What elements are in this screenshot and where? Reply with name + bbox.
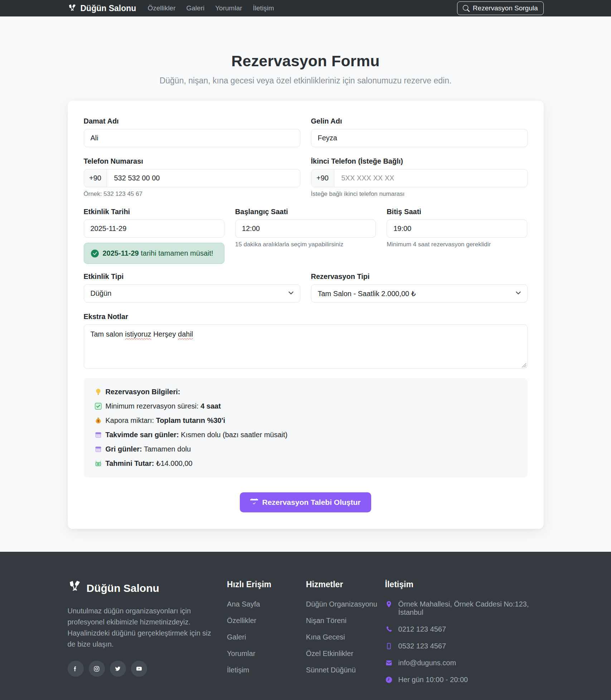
phone2-label: İkinci Telefon (İsteğe Bağlı): [311, 157, 528, 165]
brand-logo[interactable]: Düğün Salonu: [68, 4, 136, 13]
footer-service-sunnet-dugunu[interactable]: Sünnet Düğünü: [306, 666, 385, 674]
envelope-icon: [385, 659, 393, 667]
quick-access-heading: Hızlı Erişim: [227, 580, 306, 589]
check-box-icon: [94, 402, 102, 410]
calendar-icon: [94, 445, 102, 453]
resize-handle[interactable]: [522, 363, 526, 367]
footer-service-kina-gecesi[interactable]: Kına Gecesi: [306, 633, 385, 641]
main-nav: Özellikler Galeri Yorumlar İletişim: [147, 4, 274, 12]
extra-notes-textarea[interactable]: Tam salon istiyoruz Herşey dahil: [84, 324, 528, 369]
clinking-glasses-icon: [68, 580, 82, 597]
reservation-type-select[interactable]: Tam Salon - Saatlik 2.000,00 ₺: [311, 284, 528, 303]
nav-link-ozellikler[interactable]: Özellikler: [147, 4, 175, 12]
check-circle-icon: [91, 250, 99, 257]
reservation-info-panel: Rezervasyon Bilgileri: Minimum rezervasy…: [84, 378, 528, 477]
contact-email: info@duguns.com: [385, 659, 544, 667]
contact-phone: 0212 123 4567: [385, 625, 544, 633]
contact-hours: Her gün 10:00 - 20:00: [385, 676, 544, 684]
flying-money-icon: [94, 460, 102, 467]
bride-name-input[interactable]: [311, 129, 528, 147]
availability-alert: 2025-11-29 tarihi tamamen müsait!: [84, 243, 224, 264]
calendar-icon: [94, 431, 102, 439]
instagram-icon[interactable]: [89, 661, 105, 677]
availability-date: 2025-11-29: [103, 249, 139, 257]
availability-message: tarihi tamamen müsait!: [139, 249, 213, 257]
extra-notes-label: Ekstra Notlar: [84, 313, 528, 321]
notes-text-misspelled: istiyoruz: [125, 330, 151, 338]
brand-title: Düğün Salonu: [81, 4, 136, 13]
top-navbar: Düğün Salonu Özellikler Galeri Yorumlar …: [0, 0, 611, 16]
youtube-icon[interactable]: [131, 661, 147, 677]
groom-name-input[interactable]: [84, 129, 300, 147]
footer-link-iletisim[interactable]: İletişim: [227, 666, 306, 674]
nav-link-galeri[interactable]: Galeri: [186, 4, 205, 12]
phone-label: Telefon Numarası: [84, 157, 300, 165]
reservation-query-button[interactable]: Rezervasyon Sorgula: [457, 1, 544, 15]
footer: Düğün Salonu Unutulmaz düğün organizasyo…: [0, 552, 611, 700]
create-reservation-button[interactable]: Rezervasyon Talebi Oluştur: [240, 492, 371, 512]
create-reservation-label: Rezervasyon Talebi Oluştur: [262, 498, 360, 507]
event-type-value: Düğün: [91, 289, 112, 298]
contact-address: Örnek Mahallesi, Örnek Caddesi No:123, İ…: [385, 600, 544, 617]
footer-description: Unutulmaz düğün organizasyonları için pr…: [68, 605, 213, 650]
footer-link-yorumlar[interactable]: Yorumlar: [227, 650, 306, 658]
reservation-type-label: Rezervasyon Tipi: [311, 272, 528, 281]
phone2-input[interactable]: [334, 169, 527, 187]
notes-text: Tam salon: [91, 330, 125, 338]
end-time-input[interactable]: [387, 219, 527, 238]
chevron-down-icon: [515, 289, 522, 298]
notes-text-misspelled: dahil: [178, 330, 193, 338]
chevron-down-icon: [288, 289, 294, 298]
footer-link-galeri[interactable]: Galeri: [227, 633, 306, 641]
contact-mobile: 0532 123 4567: [385, 642, 544, 650]
search-icon: [463, 5, 470, 12]
page-subtitle: Düğün, nişan, kına gecesi veya özel etki…: [0, 76, 611, 86]
nav-link-iletisim[interactable]: İletişim: [253, 4, 274, 12]
start-time-input[interactable]: [235, 219, 376, 238]
end-time-label: Bitiş Saati: [387, 208, 527, 216]
phone-hint: Örnek: 532 123 45 67: [84, 190, 300, 198]
page-title: Rezervasyon Formu: [0, 52, 611, 70]
phone2-hint: İsteğe bağlı ikinci telefon numarası: [311, 190, 528, 198]
footer-link-ozellikler[interactable]: Özellikler: [227, 617, 306, 625]
reservation-query-label: Rezervasyon Sorgula: [473, 4, 538, 12]
geo-pin-icon: [385, 600, 393, 608]
event-type-label: Etkinlik Tipi: [84, 272, 300, 281]
footer-brand: Düğün Salonu: [68, 580, 213, 597]
reservation-type-value: Tam Salon - Saatlik 2.000,00 ₺: [318, 289, 416, 298]
bulb-icon: [94, 388, 102, 396]
footer-service-ozel-etkinlikler[interactable]: Özel Etkinlikler: [306, 650, 385, 658]
start-time-hint: 15 dakika aralıklarla seçim yapabilirsin…: [235, 241, 376, 248]
services-heading: Hizmetler: [306, 580, 385, 589]
twitter-icon[interactable]: [110, 661, 126, 677]
event-type-select[interactable]: Düğün: [84, 284, 300, 303]
groom-name-label: Damat Adı: [84, 117, 300, 125]
phone-input[interactable]: [107, 169, 300, 187]
footer-brand-title: Düğün Salonu: [87, 582, 159, 594]
notes-text: Herşey: [151, 330, 178, 338]
contact-heading: İletişim: [385, 580, 544, 589]
reservation-form-card: Damat Adı Gelin Adı Telefon Numarası +90…: [68, 101, 544, 529]
footer-service-dugun-organizasyonu[interactable]: Düğün Organizasyonu: [306, 600, 385, 608]
event-date-label: Etkinlik Tarihi: [84, 208, 224, 216]
end-time-hint: Minimum 4 saat rezervasyon gereklidir: [387, 241, 527, 248]
footer-service-nisan-toreni[interactable]: Nişan Töreni: [306, 617, 385, 625]
nav-link-yorumlar[interactable]: Yorumlar: [215, 4, 242, 12]
clinking-glasses-icon: [68, 4, 77, 13]
phone-icon: [385, 626, 393, 633]
event-date-input[interactable]: [84, 219, 224, 238]
money-bag-icon: [94, 417, 102, 424]
footer-link-ana-sayfa[interactable]: Ana Sayfa: [227, 600, 306, 608]
facebook-icon[interactable]: [68, 661, 84, 677]
calendar-check-icon: [250, 498, 258, 506]
bride-name-label: Gelin Adı: [311, 117, 528, 125]
phone2-country-prefix: +90: [311, 169, 334, 187]
start-time-label: Başlangıç Saati: [235, 208, 376, 216]
clock-icon: [385, 676, 393, 684]
phone-country-prefix: +90: [84, 169, 107, 187]
mobile-icon: [385, 642, 393, 650]
